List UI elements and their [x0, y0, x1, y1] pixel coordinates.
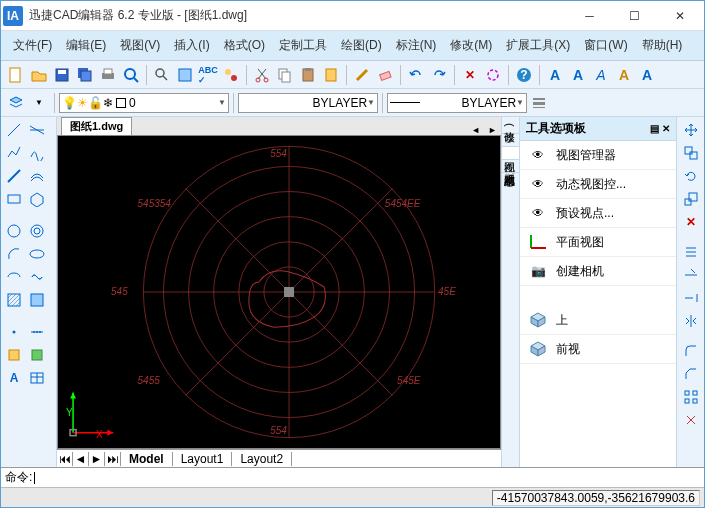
- xline-icon[interactable]: [26, 119, 48, 141]
- maximize-button[interactable]: ☐: [612, 1, 657, 31]
- vtab-query[interactable]: 查询: [502, 134, 519, 147]
- palette-item-front[interactable]: 前视: [520, 335, 676, 364]
- menu-dimension[interactable]: 标注(N): [390, 35, 443, 56]
- text-a4-icon[interactable]: A: [613, 64, 635, 86]
- chamfer-icon[interactable]: [680, 363, 702, 385]
- palette-item-top[interactable]: 上: [520, 306, 676, 335]
- eraser-icon[interactable]: [374, 64, 396, 86]
- select-icon[interactable]: [220, 64, 242, 86]
- preview-icon[interactable]: [120, 64, 142, 86]
- layers-icon[interactable]: [174, 64, 196, 86]
- scale-icon[interactable]: [680, 188, 702, 210]
- matchprop-icon[interactable]: [351, 64, 373, 86]
- menu-modify[interactable]: 修改(M): [444, 35, 498, 56]
- palette-item-camera[interactable]: 📷创建相机: [520, 257, 676, 286]
- palette-item-planview[interactable]: 平面视图: [520, 228, 676, 257]
- lineweight-dropdown[interactable]: BYLAYER▼: [387, 93, 527, 113]
- new-icon[interactable]: [5, 64, 27, 86]
- save-icon[interactable]: [51, 64, 73, 86]
- tab-prev[interactable]: ◄: [73, 452, 89, 466]
- palette-item-preset[interactable]: 👁预设视点...: [520, 199, 676, 228]
- minimize-button[interactable]: ─: [567, 1, 612, 31]
- text-a3-icon[interactable]: A: [590, 64, 612, 86]
- find-icon[interactable]: [151, 64, 173, 86]
- text-a5-icon[interactable]: A: [636, 64, 658, 86]
- cancel-icon[interactable]: ✕: [459, 64, 481, 86]
- revision-icon[interactable]: [26, 266, 48, 288]
- copy-icon[interactable]: [274, 64, 296, 86]
- polyline-icon[interactable]: [3, 142, 25, 164]
- layerstate-icon[interactable]: ▼: [28, 92, 50, 114]
- array-icon[interactable]: [680, 386, 702, 408]
- point-icon[interactable]: [3, 321, 25, 343]
- polygon-icon[interactable]: [26, 188, 48, 210]
- table-icon[interactable]: [26, 367, 48, 389]
- close-button[interactable]: ✕: [657, 1, 702, 31]
- layer-dropdown[interactable]: 💡 ☀ 🔓 ❄ 0 ▼: [59, 93, 229, 113]
- tab-scroll-right[interactable]: ►: [484, 125, 501, 135]
- cut-icon[interactable]: [251, 64, 273, 86]
- spline-icon[interactable]: [26, 142, 48, 164]
- palette-close-icon[interactable]: ▤ ✕: [650, 123, 670, 134]
- drawing-canvas[interactable]: Y X 554 5454EE 45E 545E 554 5455 545 545…: [57, 135, 501, 449]
- vtab-view[interactable]: 视图: [502, 147, 519, 160]
- menu-window[interactable]: 窗口(W): [578, 35, 633, 56]
- tab-model[interactable]: Model: [121, 452, 173, 466]
- palette-item-dynview[interactable]: 👁动态视图控...: [520, 170, 676, 199]
- menu-extend[interactable]: 扩展工具(X): [500, 35, 576, 56]
- insert-icon[interactable]: [26, 344, 48, 366]
- menu-draw[interactable]: 绘图(D): [335, 35, 388, 56]
- menu-customtools[interactable]: 定制工具: [273, 35, 333, 56]
- rotate-icon[interactable]: [680, 165, 702, 187]
- arc-icon[interactable]: [3, 243, 25, 265]
- mirror-icon[interactable]: [680, 310, 702, 332]
- undo-icon[interactable]: [405, 64, 427, 86]
- redo-icon[interactable]: [428, 64, 450, 86]
- divide-icon[interactable]: [26, 321, 48, 343]
- tab-layout1[interactable]: Layout1: [173, 452, 233, 466]
- menu-file[interactable]: 文件(F): [7, 35, 58, 56]
- circle-icon[interactable]: [3, 220, 25, 242]
- menu-format[interactable]: 格式(O): [218, 35, 271, 56]
- palette-item-viewmgr[interactable]: 👁视图管理器: [520, 141, 676, 170]
- text-a2-icon[interactable]: A: [567, 64, 589, 86]
- vtab-3dorbit[interactable]: 三维动态观察: [502, 160, 519, 173]
- tab-last[interactable]: ⏭: [105, 452, 121, 466]
- vtab-modify[interactable]: 修改(: [502, 117, 519, 134]
- rect-icon[interactable]: [3, 188, 25, 210]
- donut-icon[interactable]: [26, 220, 48, 242]
- linetype-dropdown[interactable]: BYLAYER▼: [238, 93, 378, 113]
- line-icon[interactable]: [3, 119, 25, 141]
- menu-insert[interactable]: 插入(I): [168, 35, 215, 56]
- move-icon[interactable]: [680, 119, 702, 141]
- open-icon[interactable]: [28, 64, 50, 86]
- menu-help[interactable]: 帮助(H): [636, 35, 689, 56]
- gradient-icon[interactable]: [26, 289, 48, 311]
- delete-icon[interactable]: [320, 64, 342, 86]
- del-icon[interactable]: ✕: [680, 211, 702, 233]
- ellipse-icon[interactable]: [26, 243, 48, 265]
- layermgr-icon[interactable]: [5, 92, 27, 114]
- text-icon[interactable]: A: [3, 367, 25, 389]
- print-icon[interactable]: [97, 64, 119, 86]
- tab-first[interactable]: ⏮: [57, 452, 73, 466]
- lineweight-toggle-icon[interactable]: [528, 92, 550, 114]
- menu-edit[interactable]: 编辑(E): [60, 35, 112, 56]
- explode-icon[interactable]: [680, 409, 702, 431]
- copy2-icon[interactable]: [680, 142, 702, 164]
- offset-icon[interactable]: [680, 241, 702, 263]
- hatch-icon[interactable]: [3, 289, 25, 311]
- text-a1-icon[interactable]: A: [544, 64, 566, 86]
- tab-layout2[interactable]: Layout2: [232, 452, 292, 466]
- help-icon[interactable]: ?: [513, 64, 535, 86]
- doc-tab-active[interactable]: 图纸1.dwg: [61, 117, 132, 135]
- paste-icon[interactable]: [297, 64, 319, 86]
- trim-icon[interactable]: [680, 264, 702, 286]
- fillet-icon[interactable]: [680, 340, 702, 362]
- block-icon[interactable]: [3, 344, 25, 366]
- tab-scroll-left[interactable]: ◄: [467, 125, 484, 135]
- command-bar[interactable]: 命令:: [1, 467, 704, 487]
- multiline-icon[interactable]: [26, 165, 48, 187]
- ellipsearc-icon[interactable]: [3, 266, 25, 288]
- saveall-icon[interactable]: [74, 64, 96, 86]
